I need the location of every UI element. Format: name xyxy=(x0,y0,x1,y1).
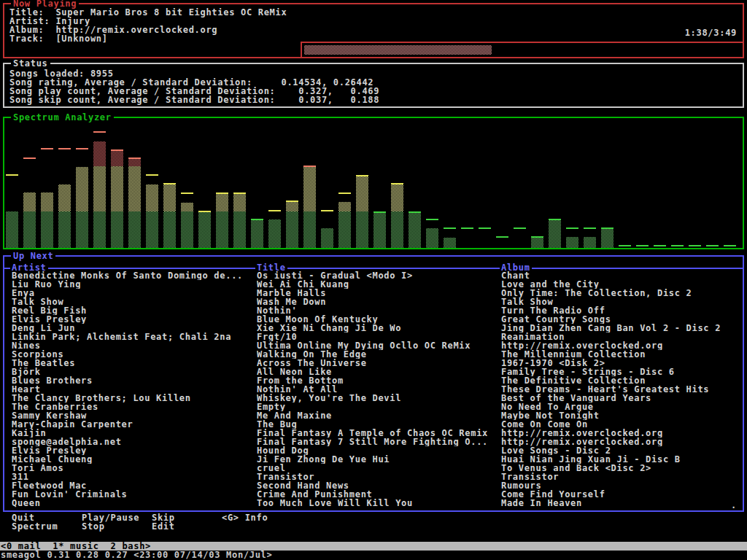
progress-bar[interactable] xyxy=(301,42,744,58)
list-item[interactable]: QueenToo Much Love Will Kill YouMade In … xyxy=(4,499,743,508)
bar-segment-green xyxy=(233,211,246,248)
artist-cell: Elvis Presley xyxy=(12,446,255,455)
artist-cell: Benedictine Monks Of Santo Domingo de... xyxy=(12,271,255,280)
spectrum-bar xyxy=(321,228,333,248)
peak-marker xyxy=(93,131,106,133)
artist-cell: Reel Big Fish xyxy=(12,306,255,315)
list-item[interactable]: Fun Lovin' CriminalsCrime And Punishment… xyxy=(4,490,743,499)
list-item[interactable]: ScorpionsWalking On The EdgeThe Millenni… xyxy=(4,350,743,359)
title-cell: Across The Universe xyxy=(257,359,499,368)
bar-segment-yellow xyxy=(216,192,228,211)
title-cell: Second Hand News xyxy=(257,481,499,490)
bar-segment-green xyxy=(181,211,193,248)
list-item[interactable]: Benedictine Monks Of Santo Domingo de...… xyxy=(4,271,743,280)
album-cell: Love and the City xyxy=(501,280,741,289)
menu-item-spectrum[interactable]: Spectrum xyxy=(12,522,58,531)
title-cell: Too Much Love Will Kill You xyxy=(257,499,499,508)
peak-marker xyxy=(514,228,526,229)
spectrum-bar xyxy=(58,184,71,248)
status-lines: Songs loaded: 8955Song rating, Average /… xyxy=(9,69,743,104)
list-item[interactable]: The Clancy Brothers; Lou KillenWhiskey, … xyxy=(4,394,743,402)
peak-marker xyxy=(23,158,36,159)
bar-segment-green xyxy=(374,211,386,248)
title-cell: Nothin' xyxy=(257,306,499,315)
title-cell: Xie Xie Ni Chang Ji De Wo xyxy=(257,324,499,332)
album-cell: Best of the Vanguard Years xyxy=(501,394,741,402)
bar-segment-green xyxy=(23,211,36,248)
title-cell: Ultima Online My Dying Ocllo OC ReMix xyxy=(257,341,499,350)
bar-segment-green xyxy=(268,219,281,248)
spectrum-bar xyxy=(549,219,561,248)
album-cell: Jing Dian Zhen Cang Ban Vol 2 - Disc 2 xyxy=(501,324,741,332)
album-cell: Made In Heaven xyxy=(501,499,741,508)
artist-cell: Tori Amos xyxy=(12,464,255,472)
spectrum-bar xyxy=(303,166,316,248)
list-item[interactable]: KaijinFinal Fantasy A Temple of Chaos OC… xyxy=(4,429,743,438)
spectrum-bar xyxy=(391,183,403,248)
peak-marker xyxy=(233,192,246,194)
album-cell: The Millennium Collection xyxy=(501,350,741,359)
peak-marker xyxy=(584,228,596,229)
bar-segment-yellow xyxy=(233,192,246,211)
spectrum-bar xyxy=(181,203,193,248)
spectrum-bar xyxy=(601,228,614,248)
title-cell: Blue Moon Of Kentucky xyxy=(257,315,499,324)
list-item[interactable]: HeartNothin' At AllThese Dreams - Heart'… xyxy=(4,385,743,394)
spectrum-bar xyxy=(566,237,578,248)
list-item[interactable]: 311TransistorTransistor xyxy=(4,472,743,481)
title-cell: All Neon Like xyxy=(257,368,499,376)
list-item[interactable]: Michael ChuengJi Fen Zhong De Yue HuiHua… xyxy=(4,455,743,464)
artist-cell: Blues Brothers xyxy=(12,376,255,385)
bar-segment-yellow xyxy=(181,203,193,211)
menu-row: QuitPlay/PauseSkip<G> Info xyxy=(0,513,747,522)
peak-marker xyxy=(76,148,88,149)
title-cell: Nothin' At All xyxy=(257,385,499,394)
peak-marker xyxy=(496,236,508,238)
list-item[interactable]: Talk ShowWash Me DownTalk Show xyxy=(4,298,743,306)
list-item[interactable]: Sammy KershawMe And MaxineMaybe Not Toni… xyxy=(4,411,743,420)
title-cell: Transistor xyxy=(257,472,499,481)
peak-marker xyxy=(619,245,631,246)
bar-segment-yellow xyxy=(356,175,368,211)
list-item[interactable]: EnyaMarble HallsOnly Time: The Collectio… xyxy=(4,289,743,298)
list-item[interactable]: The BeatlesAcross The Universe1967-1970 … xyxy=(4,359,743,368)
bar-segment-yellow xyxy=(76,167,88,211)
spectrum-bar xyxy=(128,158,141,248)
album-cell: Turn The Radio Off xyxy=(501,306,741,315)
list-item[interactable]: Blues BrothersFrom the BottomThe Definit… xyxy=(4,376,743,385)
list-item[interactable]: Elvis PresleyBlue Moon Of KentuckyGreat … xyxy=(4,315,743,324)
list-item[interactable]: The CranberriesEmptyNo Need To Argue xyxy=(4,402,743,411)
title-cell: Os iusti - Gradual <Modo I> xyxy=(257,271,499,280)
list-item[interactable]: Liu Ruo YingWei Ai Chi KuangLove and the… xyxy=(4,280,743,289)
list-item[interactable]: Mary-Chapin CarpenterThe BugCome On Come… xyxy=(4,420,743,429)
album-cell: The Definitive Collection xyxy=(501,376,741,385)
list-item[interactable]: Tori AmoscruelTo Venus and Back <Disc 2> xyxy=(4,464,743,472)
list-item[interactable]: sponge@adelphia.netFinal Fantasy 7 Still… xyxy=(4,438,743,446)
album-cell: Huai Nian Jing Xuan Ji - Disc B xyxy=(501,455,741,464)
album-cell: Great Country Songs xyxy=(501,315,741,324)
menu-item-stop[interactable]: Stop xyxy=(82,522,105,531)
now-playing-field: Title: Super Mario Bros 8 bit Eighties O… xyxy=(9,8,743,17)
list-item[interactable]: Fleetwood MacSecond Hand NewsRumours xyxy=(4,481,743,490)
menu-item-edit[interactable]: Edit xyxy=(152,522,175,531)
bar-segment-green xyxy=(251,219,263,248)
list-item[interactable]: Linkin Park; Alchemist Feat; Chali 2naFr… xyxy=(4,332,743,341)
spectrum-bar xyxy=(216,192,228,248)
title-cell: Ji Fen Zhong De Yue Hui xyxy=(257,455,499,464)
peak-marker xyxy=(671,245,684,246)
album-cell: Come Find Yourself xyxy=(501,490,741,499)
list-item[interactable]: Elvis PresleyHound DogLove Songs - Disc … xyxy=(4,446,743,455)
bar-segment-green xyxy=(566,237,578,248)
menu-item--g-info[interactable]: <G> Info xyxy=(222,513,268,522)
title-cell: Crime And Punishment xyxy=(257,490,499,499)
bar-segment-green xyxy=(286,211,298,248)
spectrum-bars xyxy=(6,118,743,248)
album-cell: Transistor xyxy=(501,472,741,481)
list-item[interactable]: Deng Li JunXie Xie Ni Chang Ji De WoJing… xyxy=(4,324,743,332)
list-item[interactable]: BjörkAll Neon LikeFamily Tree - Strings … xyxy=(4,368,743,376)
artist-cell: Sammy Kershaw xyxy=(12,411,255,420)
bar-segment-green xyxy=(356,211,368,248)
list-item[interactable]: Reel Big FishNothin'Turn The Radio Off xyxy=(4,306,743,315)
list-item[interactable]: NinesUltima Online My Dying Ocllo OC ReM… xyxy=(4,341,743,350)
artist-cell: sponge@adelphia.net xyxy=(12,438,255,446)
